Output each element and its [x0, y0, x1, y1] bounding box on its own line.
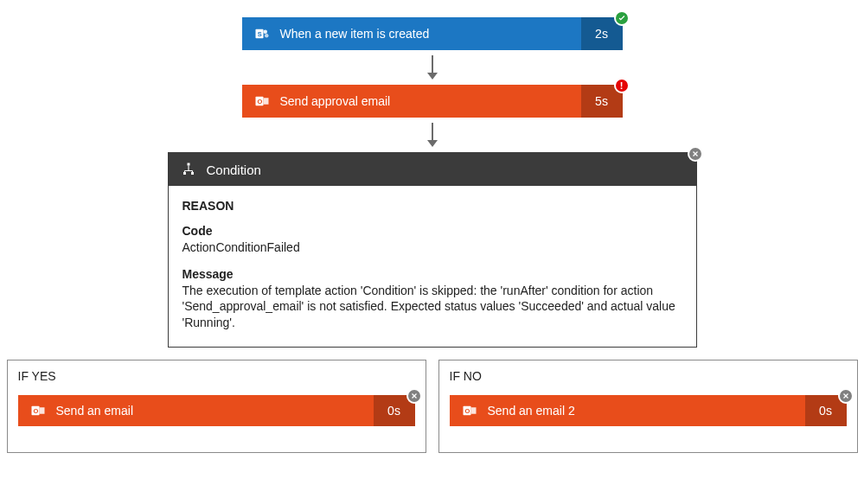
- condition-title: Condition: [207, 163, 261, 177]
- no-action-step[interactable]: O Send an email 2 0s: [450, 395, 847, 426]
- svg-point-3: [265, 34, 269, 38]
- branch-yes-label: IF YES: [18, 369, 415, 383]
- svg-rect-8: [183, 172, 186, 175]
- reason-label: REASON: [182, 198, 682, 214]
- code-label: Code: [182, 223, 682, 239]
- svg-text:O: O: [33, 407, 38, 415]
- arrow-icon: [427, 55, 438, 80]
- message-label: Message: [182, 266, 682, 283]
- condition-header: Condition: [169, 153, 696, 186]
- approval-step[interactable]: O Send approval email 5s !: [242, 85, 623, 118]
- sharepoint-icon: S: [253, 24, 272, 43]
- svg-rect-6: [263, 98, 268, 105]
- branch-no: IF NO O Send an email 2 0s: [438, 360, 858, 453]
- code-value: ActionConditionFailed: [182, 239, 682, 256]
- svg-rect-15: [470, 407, 476, 414]
- approval-main: O Send approval email: [242, 85, 581, 118]
- status-skipped-icon: [838, 388, 854, 404]
- approval-label: Send approval email: [280, 94, 391, 108]
- branch-no-label: IF NO: [450, 369, 847, 383]
- trigger-main: S When a new item is created: [242, 17, 581, 50]
- outlook-icon: O: [460, 401, 479, 420]
- yes-action-label: Send an email: [56, 404, 134, 418]
- svg-text:O: O: [257, 98, 262, 105]
- yes-action-step[interactable]: O Send an email 0s: [18, 395, 415, 426]
- svg-text:S: S: [257, 30, 261, 38]
- outlook-icon: O: [29, 401, 48, 420]
- message-value: The execution of template action 'Condit…: [182, 283, 682, 332]
- svg-rect-9: [191, 172, 194, 175]
- svg-rect-12: [39, 407, 44, 414]
- yes-action-main: O Send an email: [18, 395, 374, 426]
- branch-yes: IF YES O Send an email 0s: [7, 360, 426, 453]
- trigger-label: When a new item is created: [280, 27, 430, 41]
- outlook-icon: O: [253, 92, 272, 111]
- arrow-icon: [427, 123, 438, 147]
- status-skipped-icon: [406, 388, 422, 404]
- svg-text:O: O: [464, 407, 470, 415]
- branches: IF YES O Send an email 0s IF NO: [7, 360, 858, 453]
- status-skipped-icon: [688, 146, 703, 162]
- no-action-main: O Send an email 2: [450, 395, 805, 426]
- status-error-icon: !: [614, 78, 630, 93]
- svg-point-2: [263, 30, 267, 35]
- status-success-icon: [614, 10, 630, 26]
- condition-card[interactable]: Condition REASON Code ActionConditionFai…: [168, 152, 697, 348]
- svg-rect-7: [187, 163, 189, 166]
- trigger-step[interactable]: S When a new item is created 2s: [242, 17, 623, 50]
- condition-icon: [179, 160, 198, 179]
- condition-body: REASON Code ActionConditionFailed Messag…: [169, 186, 696, 347]
- flow-container: S When a new item is created 2s O Send a…: [0, 0, 864, 453]
- no-action-label: Send an email 2: [488, 404, 575, 418]
